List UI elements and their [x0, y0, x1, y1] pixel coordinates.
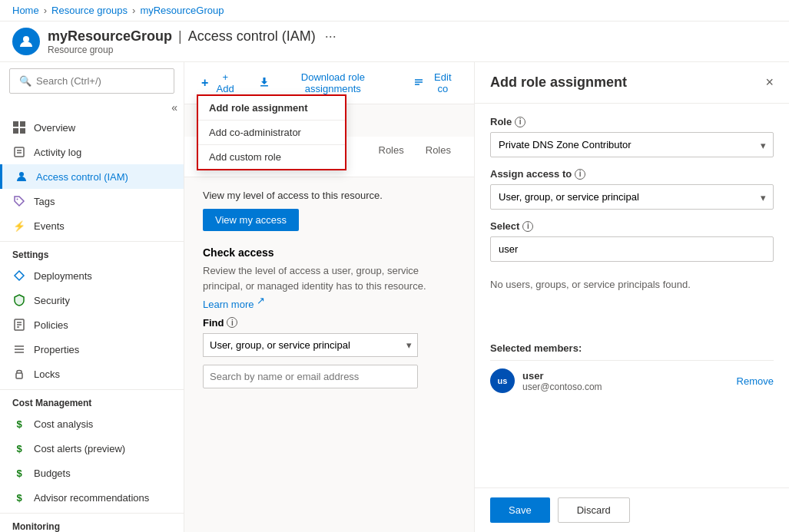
add-button[interactable]: + + Add	[197, 68, 242, 97]
add-custom-role-item[interactable]: Add custom role	[198, 145, 345, 169]
sidebar-item-locks[interactable]: Locks	[0, 362, 184, 386]
header-more-btn[interactable]: ···	[325, 28, 336, 45]
sidebar-search-container: 🔍	[9, 68, 174, 94]
role-info-icon[interactable]: i	[515, 117, 525, 127]
panel-close-button[interactable]: ×	[765, 74, 774, 91]
sidebar-item-activity-log[interactable]: Activity log	[0, 140, 184, 164]
sidebar-item-security[interactable]: Security	[0, 288, 184, 312]
search-icon: 🔍	[19, 75, 31, 87]
breadcrumb-home[interactable]: Home	[12, 5, 39, 16]
edit-button[interactable]: Edit co	[409, 68, 462, 97]
svg-rect-4	[20, 128, 25, 134]
dropdown-menu: Add role assignment Add co-administrator…	[197, 94, 346, 170]
page-header: myResourceGroup | Access control (IAM) ·…	[0, 21, 789, 62]
sidebar-item-properties[interactable]: Properties	[0, 337, 184, 362]
header-icon	[12, 28, 40, 55]
sidebar-item-label: Cost alerts (preview)	[34, 443, 125, 454]
member-email: user@contoso.com	[522, 382, 729, 392]
add-co-admin-item[interactable]: Add co-administrator	[198, 121, 345, 144]
breadcrumb-resource-groups[interactable]: Resource groups	[51, 5, 128, 16]
assign-field-group: Assign access to i User, group, or servi…	[490, 168, 774, 210]
sidebar-item-label: Access control (IAM)	[36, 171, 128, 183]
sidebar-item-label: Policies	[34, 319, 68, 331]
svg-rect-18	[260, 85, 268, 87]
sidebar-item-label: Properties	[34, 344, 79, 355]
download-button[interactable]: Download role assignments	[254, 68, 396, 97]
security-icon	[12, 293, 26, 307]
select-input[interactable]	[490, 236, 774, 262]
sidebar-item-deployments[interactable]: Deployments	[0, 263, 184, 288]
sidebar-search-input[interactable]	[36, 75, 164, 87]
select-info-icon[interactable]: i	[522, 221, 533, 232]
edit-label: Edit co	[429, 71, 457, 94]
header-separator: |	[178, 28, 182, 45]
tab-deny[interactable]: Roles	[415, 137, 462, 177]
view-access-text: View my level of access to this resource…	[203, 190, 456, 201]
content-body: View my level of access to this resource…	[184, 177, 474, 532]
sidebar-item-label: Security	[34, 295, 70, 306]
header-resource-name: myResourceGroup	[48, 28, 172, 45]
svg-point-8	[19, 172, 24, 177]
learn-more-link[interactable]: Learn more ↗	[203, 299, 265, 310]
sidebar-item-overview[interactable]: Overview	[0, 115, 184, 140]
add-role-assignment-item[interactable]: Add role assignment	[198, 96, 345, 120]
svg-point-9	[17, 199, 18, 200]
download-label: Download role assignments	[274, 71, 392, 94]
budgets-icon: $	[12, 466, 26, 480]
find-info-icon[interactable]: i	[227, 317, 237, 328]
discard-button[interactable]: Discard	[558, 497, 630, 523]
sidebar-collapse-btn[interactable]: «	[171, 101, 177, 114]
sidebar-item-label: Tags	[34, 196, 55, 207]
member-info: user user@contoso.com	[522, 370, 729, 392]
monitoring-section-header: Monitoring	[0, 513, 184, 532]
panel-body: Role i Private DNS Zone Contributor Owne…	[475, 104, 789, 487]
find-label: Find i	[203, 317, 456, 329]
role-field-group: Role i Private DNS Zone Contributor Owne…	[490, 116, 774, 157]
sidebar-item-label: Locks	[34, 368, 60, 380]
sidebar-item-label: Advisor recommendations	[34, 492, 149, 504]
sidebar-item-advisor[interactable]: $ Advisor recommendations	[0, 485, 184, 510]
panel-footer: Save Discard	[475, 487, 789, 532]
svg-rect-3	[13, 128, 18, 134]
breadcrumb-resource-group[interactable]: myResourceGroup	[140, 5, 224, 16]
sidebar-item-cost-analysis[interactable]: $ Cost analysis	[0, 411, 184, 436]
activity-log-icon	[12, 145, 26, 159]
svg-rect-17	[16, 373, 22, 378]
role-select-wrapper: Private DNS Zone Contributor Owner Contr…	[490, 132, 774, 157]
sidebar-item-policies[interactable]: Policies	[0, 312, 184, 337]
sidebar-item-access-control[interactable]: Access control (IAM)	[0, 164, 184, 189]
assign-info-icon[interactable]: i	[575, 169, 585, 180]
sidebar-item-label: Overview	[34, 122, 75, 134]
sidebar-item-label: Events	[34, 220, 65, 232]
header-subtitle: Resource group	[48, 45, 336, 55]
save-button[interactable]: Save	[490, 497, 550, 523]
select-label: Select i	[490, 220, 774, 232]
assign-select[interactable]: User, group, or service principal User G…	[490, 184, 774, 210]
download-icon	[259, 77, 270, 90]
add-label: + Add	[213, 71, 237, 94]
sidebar-item-tags[interactable]: Tags	[0, 189, 184, 213]
selected-members-section: Selected members: us user user@contoso.c…	[490, 342, 774, 401]
panel-header: Add role assignment ×	[475, 62, 789, 104]
member-remove-button[interactable]: Remove	[737, 375, 774, 387]
sidebar-item-cost-alerts[interactable]: $ Cost alerts (preview)	[0, 436, 184, 461]
sidebar-item-budgets[interactable]: $ Budgets	[0, 461, 184, 485]
role-select[interactable]: Private DNS Zone Contributor Owner Contr…	[490, 132, 774, 157]
access-control-icon	[15, 170, 28, 183]
view-my-access-button[interactable]: View my access	[203, 209, 299, 231]
check-access-title: Check access	[203, 246, 456, 259]
check-access-desc: Review the level of access a user, group…	[203, 263, 449, 312]
right-panel: Add role assignment × Role i Private DNS…	[474, 62, 789, 532]
search-by-name-input[interactable]	[203, 365, 418, 388]
policies-icon	[12, 318, 26, 332]
svg-rect-1	[13, 121, 18, 127]
sidebar-item-events[interactable]: ⚡ Events	[0, 213, 184, 238]
tab-roles[interactable]: Roles	[368, 137, 415, 177]
content-area: + + Add Download role assignments Edit c…	[184, 62, 474, 532]
find-select[interactable]: User, group, or service principal User G…	[203, 333, 418, 357]
edit-icon	[413, 77, 424, 90]
settings-section-header: Settings	[0, 241, 184, 263]
deployments-icon	[12, 269, 26, 283]
header-titles: myResourceGroup | Access control (IAM) ·…	[48, 28, 336, 55]
assign-select-wrapper: User, group, or service principal User G…	[490, 184, 774, 210]
